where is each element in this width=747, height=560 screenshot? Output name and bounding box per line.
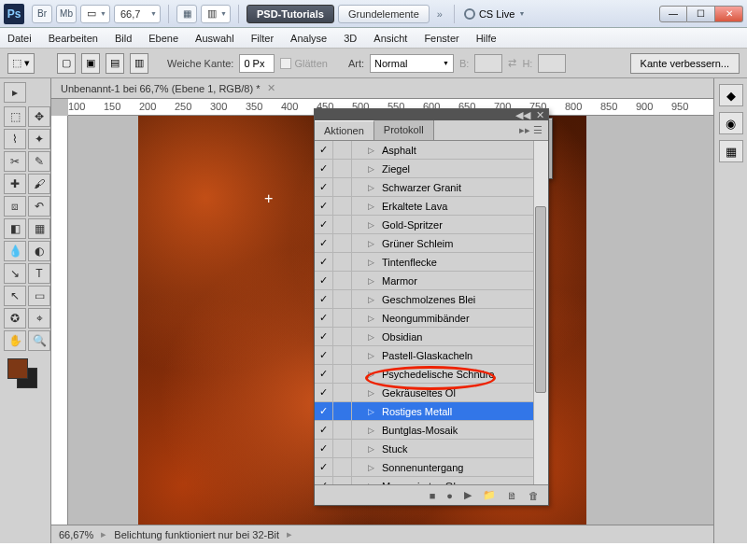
check-icon[interactable]: ✓ — [315, 141, 333, 159]
expand-icon[interactable]: ▷ — [352, 407, 378, 416]
shape-tool[interactable]: ▭ — [28, 286, 50, 306]
check-icon[interactable]: ✓ — [315, 197, 333, 215]
dialog-toggle[interactable] — [333, 402, 352, 420]
heal-tool[interactable]: ✚ — [4, 174, 26, 194]
action-item[interactable]: ✓▷Grüner Schleim — [315, 234, 548, 253]
dialog-toggle[interactable] — [333, 234, 352, 252]
stop-icon[interactable]: ■ — [430, 490, 436, 501]
dock-layers-icon[interactable]: ▦ — [719, 140, 743, 162]
path-select-tool[interactable]: ↖ — [4, 286, 26, 306]
type-tool[interactable]: T — [28, 263, 50, 284]
dialog-toggle[interactable] — [333, 365, 352, 383]
close-button[interactable]: ✕ — [715, 6, 743, 22]
expand-icon[interactable]: ▷ — [352, 370, 378, 379]
tab-aktionen[interactable]: Aktionen — [315, 120, 374, 140]
panel-header[interactable]: ◀◀✕ — [315, 109, 548, 120]
check-icon[interactable]: ✓ — [315, 402, 333, 420]
check-icon[interactable]: ✓ — [315, 384, 333, 401]
dialog-toggle[interactable] — [333, 421, 352, 439]
new-action-icon[interactable]: 🗎 — [507, 490, 517, 501]
action-item[interactable]: ✓▷Schwarzer Granit — [315, 178, 548, 197]
action-item[interactable]: ✓▷Marmoriertes Glas — [315, 477, 548, 484]
expand-icon[interactable]: ▷ — [352, 426, 378, 435]
expand-icon[interactable]: ▷ — [352, 183, 378, 192]
dialog-toggle[interactable] — [333, 160, 352, 177]
new-set-icon[interactable]: 📁 — [483, 489, 496, 501]
menu-datei[interactable]: Datei — [7, 33, 32, 44]
eraser-tool[interactable]: ◧ — [4, 218, 26, 239]
3d-camera-tool[interactable]: ⌖ — [28, 308, 50, 329]
expand-icon[interactable]: ▷ — [352, 220, 378, 230]
menu-ansicht[interactable]: Ansicht — [374, 33, 407, 44]
dialog-toggle[interactable] — [333, 197, 352, 215]
action-item[interactable]: ✓▷Geschmolzenes Blei — [315, 290, 548, 309]
check-icon[interactable]: ✓ — [315, 234, 333, 252]
hand-tool[interactable]: ✋ — [4, 330, 26, 351]
dialog-toggle[interactable] — [333, 141, 352, 159]
history-brush-tool[interactable]: ↶ — [28, 196, 50, 217]
cslive-button[interactable]: CS Live ▼ — [464, 8, 525, 20]
panel-menu-icon[interactable]: ▸▸ ☰ — [514, 120, 548, 140]
check-icon[interactable]: ✓ — [315, 309, 333, 327]
dock-color-icon[interactable]: ◆ — [719, 84, 743, 106]
minibridge-icon[interactable]: Mb — [56, 5, 77, 23]
action-item[interactable]: ✓▷Neongummibänder — [315, 309, 548, 328]
dialog-toggle[interactable] — [333, 178, 352, 196]
brush-tool[interactable]: 🖌 — [28, 174, 50, 194]
more-workspaces-icon[interactable]: » — [437, 8, 443, 20]
stamp-tool[interactable]: ⧇ — [4, 196, 26, 217]
dialog-toggle[interactable] — [333, 346, 352, 364]
dialog-toggle[interactable] — [333, 440, 352, 457]
document-tab[interactable]: Unbenannt-1 bei 66,7% (Ebene 1, RGB/8) *… — [51, 78, 713, 99]
check-icon[interactable]: ✓ — [315, 290, 333, 308]
action-item[interactable]: ✓▷Gekräuseltes Öl — [315, 384, 548, 402]
action-item[interactable]: ✓▷Sonnenuntergang — [315, 458, 548, 477]
expand-icon[interactable]: ▷ — [352, 295, 378, 304]
refine-edge-button[interactable]: Kante verbessern... — [630, 53, 740, 74]
style-dropdown[interactable]: Normal▼ — [370, 54, 454, 73]
check-icon[interactable]: ✓ — [315, 421, 333, 439]
lasso-tool[interactable]: ⌇ — [4, 129, 26, 149]
marquee-tool[interactable]: ⬚ — [4, 106, 26, 127]
zoom-dropdown[interactable]: 66,7 — [114, 5, 161, 23]
dock-swatches-icon[interactable]: ◉ — [719, 112, 743, 134]
check-icon[interactable]: ✓ — [315, 440, 333, 457]
expand-icon[interactable]: ▷ — [352, 388, 378, 398]
action-item[interactable]: ✓▷Marmor — [315, 272, 548, 290]
workspace-psd-button[interactable]: PSD-Tutorials — [247, 5, 334, 23]
dodge-tool[interactable]: ◐ — [28, 241, 50, 261]
feather-field[interactable]: 0 Px — [239, 54, 275, 73]
check-icon[interactable]: ✓ — [315, 253, 333, 271]
check-icon[interactable]: ✓ — [315, 328, 333, 345]
expand-icon[interactable]: ▷ — [352, 202, 378, 211]
check-icon[interactable]: ✓ — [315, 365, 333, 383]
move-tool[interactable]: ✥ — [28, 106, 50, 127]
expand-toolbox-icon[interactable]: ▸ — [4, 82, 26, 103]
marquee-int-icon[interactable]: ▥ — [130, 53, 148, 74]
scrollbar[interactable] — [533, 141, 548, 484]
status-zoom[interactable]: 66,67% — [59, 529, 93, 540]
marquee-sub-icon[interactable]: ▤ — [106, 53, 124, 74]
dialog-toggle[interactable] — [333, 477, 352, 484]
dialog-toggle[interactable] — [333, 458, 352, 476]
3d-tool[interactable]: ✪ — [4, 308, 26, 329]
extras-icon[interactable]: ▦ — [176, 5, 197, 23]
expand-icon[interactable]: ▷ — [352, 276, 378, 286]
dialog-toggle[interactable] — [333, 272, 352, 289]
pen-tool[interactable]: ↘ — [4, 263, 26, 284]
fg-color-swatch[interactable] — [7, 358, 28, 379]
expand-icon[interactable]: ▷ — [352, 314, 378, 323]
menu-bearbeiten[interactable]: Bearbeiten — [49, 33, 98, 44]
dialog-toggle[interactable] — [333, 216, 352, 233]
check-icon[interactable]: ✓ — [315, 160, 333, 177]
check-icon[interactable]: ✓ — [315, 346, 333, 364]
check-icon[interactable]: ✓ — [315, 272, 333, 289]
menu-bild[interactable]: Bild — [115, 33, 132, 44]
play-icon[interactable]: ▶ — [464, 489, 472, 501]
expand-icon[interactable]: ▷ — [352, 164, 378, 174]
minimize-button[interactable]: — — [659, 6, 687, 22]
action-item[interactable]: ✓▷Buntglas-Mosaik — [315, 421, 548, 440]
eyedropper-tool[interactable]: ✎ — [28, 151, 50, 172]
expand-icon[interactable]: ▷ — [352, 332, 378, 342]
check-icon[interactable]: ✓ — [315, 477, 333, 484]
